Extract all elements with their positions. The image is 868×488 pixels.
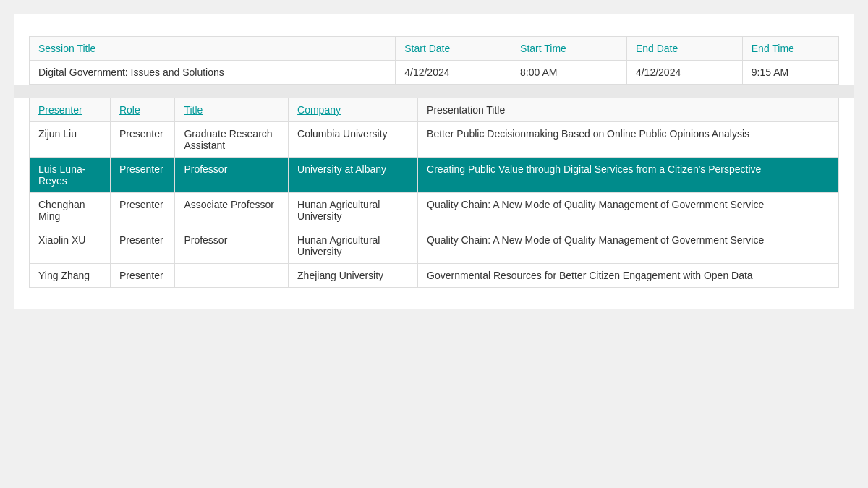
role-sort-link[interactable]: Role (119, 104, 140, 116)
presentation-title-cell: Better Public Decisionmaking Based on On… (418, 122, 839, 158)
role-cell: Presenter (110, 122, 175, 158)
role-cell: Presenter (110, 193, 175, 228)
presenter-row: Luis Luna-ReyesPresenterProfessorUnivers… (30, 158, 839, 193)
session-table: Session Title Start Date Start Time End … (29, 36, 839, 85)
title-cell: Associate Professor (175, 193, 289, 228)
presenter-name-cell: Chenghan Ming (30, 193, 111, 228)
role-cell: Presenter (110, 228, 175, 264)
session-row: Digital Government: Issues and Solutions… (30, 61, 839, 85)
title-cell: Professor (175, 158, 289, 193)
title-cell (175, 264, 289, 288)
company-cell: Zhejiang University (289, 264, 418, 288)
presentation-title-cell: Quality Chain: A New Mode of Quality Man… (418, 228, 839, 264)
title-sort-link[interactable]: Title (184, 104, 203, 116)
presenter-row: Chenghan MingPresenterAssociate Professo… (30, 193, 839, 228)
presentation-title-cell: Governmental Resources for Better Citize… (418, 264, 839, 288)
presentation-title-col-header: Presentation Title (418, 98, 839, 122)
end-time-sort-link[interactable]: End Time (752, 43, 794, 54)
start-time-col-header: Start Time (511, 37, 627, 61)
presenter-name-cell: Ying Zhang (30, 264, 111, 288)
end-time-col-header: End Time (742, 37, 838, 61)
company-cell: Hunan Agricultural University (289, 228, 418, 264)
company-sort-link[interactable]: Company (297, 104, 341, 116)
presentation-title-cell: Creating Public Value through Digital Se… (418, 158, 839, 193)
title-col-header: Title (175, 98, 289, 122)
presenter-table: Presenter Role Title Company Presentatio… (29, 98, 839, 288)
role-cell: Presenter (110, 158, 175, 193)
start-time-sort-link[interactable]: Start Time (520, 43, 566, 54)
presenter-name-cell: Zijun Liu (30, 122, 111, 158)
session-header-row: Session Title Start Date Start Time End … (30, 37, 839, 61)
start-date-col-header: Start Date (396, 37, 511, 61)
session-title-cell: Digital Government: Issues and Solutions (30, 61, 396, 85)
session-title-col-header: Session Title (30, 37, 396, 61)
presenter-name-cell: Xiaolin XU (30, 228, 111, 264)
session-title-sort-link[interactable]: Session Title (38, 43, 95, 54)
title-cell: Professor (175, 228, 289, 264)
start-time-cell: 8:00 AM (511, 61, 627, 85)
company-cell: Hunan Agricultural University (289, 193, 418, 228)
end-time-cell: 9:15 AM (742, 61, 838, 85)
presenter-name-cell: Luis Luna-Reyes (30, 158, 111, 193)
title-cell: Graduate Research Assistant (175, 122, 289, 158)
presenter-row: Xiaolin XUPresenterProfessorHunan Agricu… (30, 228, 839, 264)
company-col-header: Company (289, 98, 418, 122)
role-col-header: Role (110, 98, 175, 122)
presenter-col-header: Presenter (30, 98, 111, 122)
page-container: Session Title Start Date Start Time End … (14, 14, 854, 309)
start-date-sort-link[interactable]: Start Date (404, 43, 450, 54)
end-date-cell: 4/12/2024 (626, 61, 742, 85)
presentation-title-cell: Quality Chain: A New Mode of Quality Man… (418, 193, 839, 228)
role-cell: Presenter (110, 264, 175, 288)
start-date-cell: 4/12/2024 (396, 61, 511, 85)
presenter-row: Ying ZhangPresenterZhejiang UniversityGo… (30, 264, 839, 288)
company-cell: University at Albany (289, 158, 418, 193)
company-cell: Columbia University (289, 122, 418, 158)
end-date-sort-link[interactable]: End Date (636, 43, 678, 54)
end-date-col-header: End Date (626, 37, 742, 61)
table-gap (14, 85, 854, 98)
presenter-header-row: Presenter Role Title Company Presentatio… (30, 98, 839, 122)
presenter-sort-link[interactable]: Presenter (38, 104, 82, 116)
presenter-row: Zijun LiuPresenterGraduate Research Assi… (30, 122, 839, 158)
